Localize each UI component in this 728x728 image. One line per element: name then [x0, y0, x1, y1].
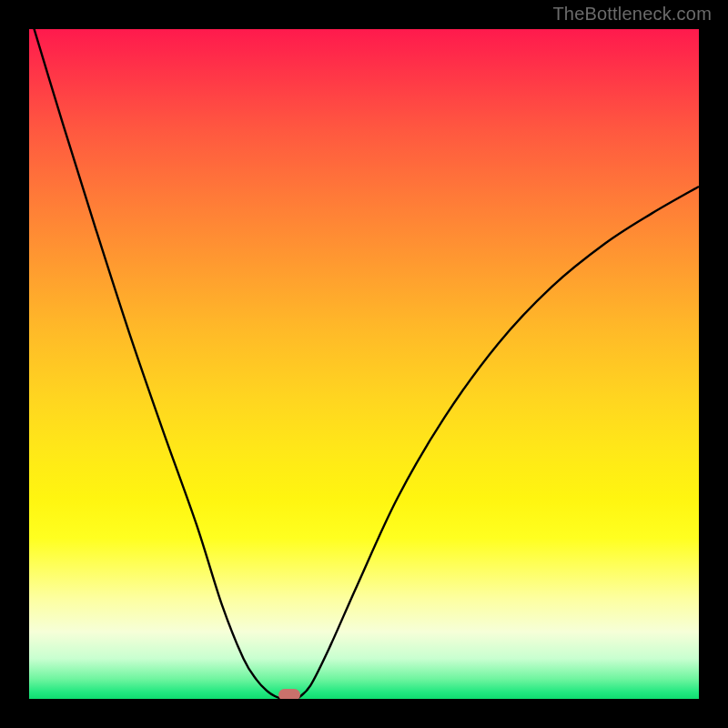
- curve-left-branch: [29, 29, 284, 699]
- chart-frame: TheBottleneck.com: [0, 0, 728, 728]
- curve-right-branch: [297, 187, 699, 699]
- watermark-text: TheBottleneck.com: [552, 4, 712, 25]
- plot-area: [29, 29, 699, 699]
- bottleneck-marker: [278, 689, 300, 699]
- bottleneck-curve: [29, 29, 699, 699]
